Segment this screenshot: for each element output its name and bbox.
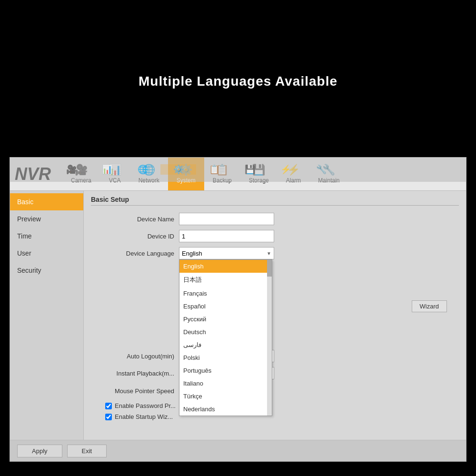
ghost-nav-alarm: ⚡ [268, 164, 303, 175]
enable-startup-checkbox[interactable] [105, 414, 112, 420]
hero-title: Multiple Languages Available [0, 74, 476, 89]
exit-button[interactable]: Exit [67, 445, 107, 457]
language-select[interactable]: English ▼ [179, 247, 274, 259]
ghost-alarm-icon: ⚡ [280, 164, 291, 175]
content-area: Basic Setup Device Name Device ID Device… [84, 191, 466, 440]
device-name-row: Device Name [91, 213, 459, 225]
enable-password-checkbox[interactable] [105, 403, 112, 409]
wizard-button[interactable]: Wizard [412, 300, 447, 312]
main-content: Basic Preview Time User Security Basic S… [10, 191, 466, 440]
enable-password-row: Enable Password Pr... [105, 402, 459, 409]
ghost-vca-icon: 📊 [102, 164, 112, 175]
ghost-nav-vca: 📊 [89, 164, 125, 175]
apply-button[interactable]: Apply [17, 445, 62, 457]
dropdown-scroll-thumb [267, 260, 272, 277]
sidebar-item-user[interactable]: User [10, 245, 83, 262]
ghost-storage-icon: 💾 [245, 164, 255, 175]
enable-startup-label: Enable Startup Wiz... [115, 413, 173, 420]
device-language-label: Device Language [91, 250, 179, 257]
auto-logout-row: Auto Logout(min) [91, 350, 459, 362]
lang-option-german[interactable]: Deutsch [179, 326, 272, 338]
section-title: Basic Setup [91, 196, 459, 206]
device-name-input[interactable] [179, 213, 274, 225]
lang-option-turkish[interactable]: Türkçe [179, 390, 272, 403]
device-language-row: Device Language English ▼ English 日本語 Fr… [91, 247, 459, 259]
ghost-maintain-icon: 🔧 [316, 164, 327, 175]
enable-startup-row: Enable Startup Wiz... [105, 413, 459, 420]
ghost-nav-camera: 🎥 [53, 164, 89, 175]
ghost-nav-storage: 💾 [232, 164, 268, 175]
lang-option-spanish[interactable]: Español [179, 300, 272, 313]
ghost-nav-system: ⚙️ [160, 164, 196, 175]
ghost-system-icon: ⚙️ [173, 164, 184, 175]
sidebar-item-basic[interactable]: Basic [10, 193, 83, 210]
ghost-nav-maintain: 🔧 [303, 164, 339, 175]
instant-playback-row: Instant Playback(m... [91, 367, 459, 379]
device-name-label: Device Name [91, 216, 179, 223]
ghost-nav-backup: 📋 [196, 164, 232, 175]
dropdown-arrow-icon: ▼ [267, 251, 271, 256]
ghost-network-icon: 🌐 [138, 164, 148, 175]
lang-option-farsi[interactable]: فارسی [179, 338, 272, 351]
language-dropdown-menu: English 日本語 Français Español Русский Deu… [179, 259, 272, 416]
ghost-camera-icon: 🎥 [66, 164, 77, 175]
mouse-speed-label: Mouse Pointer Speed [91, 387, 179, 395]
lang-option-italian[interactable]: Italiano [179, 377, 272, 390]
enable-password-label: Enable Password Pr... [115, 402, 176, 409]
bottom-bar: Apply Exit [10, 440, 466, 461]
sidebar-item-security[interactable]: Security [10, 262, 83, 279]
sidebar-item-preview[interactable]: Preview [10, 210, 83, 228]
device-id-row: Device ID [91, 230, 459, 242]
sidebar: Basic Preview Time User Security [10, 191, 84, 440]
lang-option-japanese[interactable]: 日本語 [179, 273, 272, 287]
lang-option-polish[interactable]: Polski [179, 351, 272, 364]
lang-option-french[interactable]: Français [179, 287, 272, 300]
nvr-ui-container: NVR 🎥 Camera 📊 VCA 🌐 Network ⚙️ System 📋… [10, 157, 466, 462]
language-select-wrapper: English ▼ English 日本語 Français Español Р… [179, 247, 274, 259]
instant-playback-label: Instant Playback(m... [91, 370, 179, 377]
dropdown-scrollbar[interactable] [267, 260, 272, 416]
lang-option-portuguese[interactable]: Português [179, 364, 272, 377]
device-id-label: Device ID [91, 233, 179, 240]
sidebar-item-time[interactable]: Time [10, 228, 83, 245]
ghost-backup-icon: 📋 [209, 164, 219, 175]
ghost-nav-network: 🌐 [125, 164, 160, 175]
lang-option-english[interactable]: English [179, 260, 272, 273]
language-selected-value: English [182, 250, 202, 257]
lang-option-russian[interactable]: Русский [179, 313, 272, 326]
lang-option-dutch[interactable]: Nederlands [179, 403, 272, 416]
device-id-input[interactable] [179, 230, 274, 242]
auto-logout-label: Auto Logout(min) [91, 353, 179, 360]
mouse-speed-row: Mouse Pointer Speed | | | | | [91, 384, 459, 397]
